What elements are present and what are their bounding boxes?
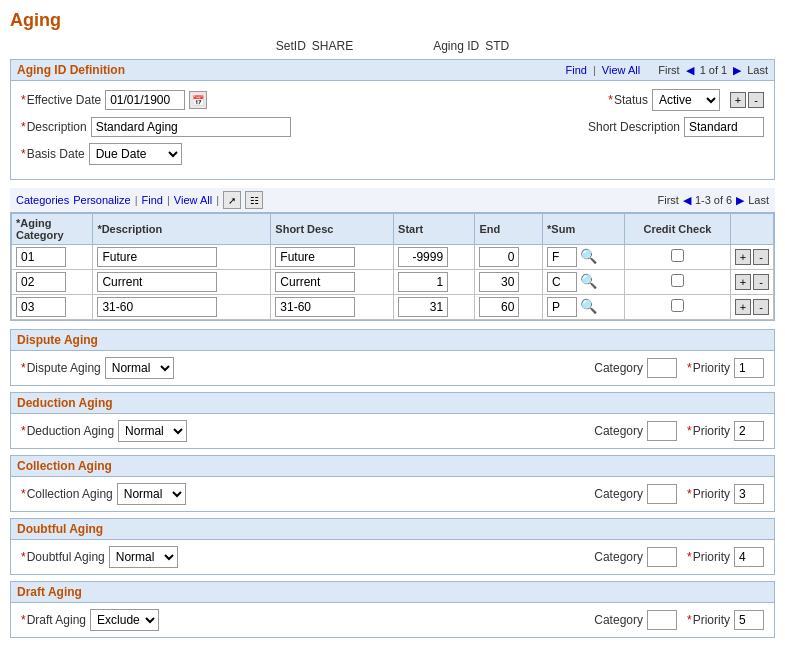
draft-aging-title: Draft Aging [17,585,82,599]
categories-label[interactable]: Categories [16,194,69,206]
page-container: Aging SetID SHARE Aging ID STD Aging ID … [0,0,785,651]
collection-category-group: Category [594,484,677,504]
doubtful-aging-body: Doubtful Aging Normal Exclude Include Ca… [10,540,775,575]
collection-aging-select[interactable]: Normal Exclude Include [117,483,186,505]
cat-find-link[interactable]: Find [142,194,163,206]
expand-icon[interactable]: ➚ [223,191,241,209]
effective-date-input[interactable] [105,90,185,110]
next-arrow-icon[interactable]: ▶ [733,64,741,77]
credit-check-checkbox[interactable] [671,274,684,287]
status-select[interactable]: Active Inactive [652,89,720,111]
description-group: Description [21,117,291,137]
table-row: 🔍 + - [12,245,774,270]
credit-check-checkbox[interactable] [671,249,684,262]
doubtful-aging-label: Doubtful Aging [21,550,105,564]
row-add-button[interactable]: + [735,299,751,315]
draft-aging-select[interactable]: Normal Exclude Include [90,609,159,631]
draft-priority-input[interactable] [734,610,764,630]
row-basis-date: Basis Date Due Date Invoice Date [21,143,764,165]
row-remove-button[interactable]: - [753,299,769,315]
dispute-aging-header: Dispute Aging [10,329,775,351]
basis-date-select[interactable]: Due Date Invoice Date [89,143,182,165]
draft-aging-header: Draft Aging [10,581,775,603]
dispute-priority-label: Priority [687,361,730,375]
row-remove-button[interactable]: - [753,249,769,265]
calendar-button[interactable]: 📅 [189,91,207,109]
row-add-button[interactable]: + [735,249,751,265]
draft-aging-body: Draft Aging Normal Exclude Include Categ… [10,603,775,638]
start-input[interactable] [398,247,448,267]
doubtful-aging-section: Doubtful Aging Doubtful Aging Normal Exc… [10,518,775,575]
doubtful-priority-input[interactable] [734,547,764,567]
start-input[interactable] [398,272,448,292]
draft-category-group: Category [594,610,677,630]
col-aging-category: *AgingCategory [12,214,93,245]
deduction-aging-row: Deduction Aging Normal Exclude Include C… [21,420,764,442]
sum-input[interactable] [547,272,577,292]
doubtful-aging-select[interactable]: Normal Exclude Include [109,546,178,568]
sum-search-icon[interactable]: 🔍 [580,248,597,264]
view-all-link[interactable]: View All [602,64,640,76]
short-desc-input[interactable] [275,272,355,292]
dispute-category-group: Category [594,358,677,378]
row-remove-button[interactable]: - [753,274,769,290]
credit-check-checkbox[interactable] [671,299,684,312]
deduction-category-input[interactable] [647,421,677,441]
collection-priority-input[interactable] [734,484,764,504]
deduction-category-label: Category [594,424,643,438]
collection-priority-label: Priority [687,487,730,501]
short-desc-input[interactable] [275,247,355,267]
grid-icon[interactable]: ☷ [245,191,263,209]
find-link[interactable]: Find [566,64,587,76]
dispute-aging-label: Dispute Aging [21,361,101,375]
cat-next-icon[interactable]: ▶ [736,194,744,207]
dispute-aging-select[interactable]: Normal Exclude Include [105,357,174,379]
col-end: End [475,214,543,245]
col-start: Start [394,214,475,245]
end-input[interactable] [479,272,519,292]
doubtful-aging-row: Doubtful Aging Normal Exclude Include Ca… [21,546,764,568]
remove-button[interactable]: - [748,92,764,108]
sum-search-icon[interactable]: 🔍 [580,273,597,289]
cat-view-all-link[interactable]: View All [174,194,212,206]
sum-search-icon[interactable]: 🔍 [580,298,597,314]
end-input[interactable] [479,247,519,267]
cat-prev-icon[interactable]: ◀ [683,194,691,207]
description-input[interactable] [97,247,217,267]
description-input[interactable] [91,117,291,137]
draft-category-input[interactable] [647,610,677,630]
doubtful-category-input[interactable] [647,547,677,567]
doubtful-category-label: Category [594,550,643,564]
row-add-button[interactable]: + [735,274,751,290]
prev-arrow-icon[interactable]: ◀ [686,64,694,77]
sum-input[interactable] [547,247,577,267]
aging-category-input[interactable] [16,272,66,292]
aging-id-section-body: Effective Date 📅 Status Active Inactive … [10,81,775,180]
description-input[interactable] [97,297,217,317]
col-description: *Description [93,214,271,245]
dispute-priority-group: Priority [687,358,764,378]
cat-first-label: First [658,194,679,206]
deduction-priority-input[interactable] [734,421,764,441]
short-description-input[interactable] [684,117,764,137]
collection-aging-group: Collection Aging Normal Exclude Include [21,483,186,505]
deduction-aging-select[interactable]: Normal Exclude Include [118,420,187,442]
categories-section: Categories Personalize | Find | View All… [10,188,775,321]
last-label: Last [747,64,768,76]
collection-category-input[interactable] [647,484,677,504]
aging-category-input[interactable] [16,297,66,317]
end-input[interactable] [479,297,519,317]
effective-date-label: Effective Date [21,93,101,107]
add-button[interactable]: + [730,92,746,108]
dispute-category-input[interactable] [647,358,677,378]
aging-category-input[interactable] [16,247,66,267]
setid-group: SetID SHARE [276,39,353,53]
personalize-link[interactable]: Personalize [73,194,130,206]
sum-input[interactable] [547,297,577,317]
start-input[interactable] [398,297,448,317]
deduction-aging-header: Deduction Aging [10,392,775,414]
dispute-priority-input[interactable] [734,358,764,378]
description-input[interactable] [97,272,217,292]
col-short-desc: Short Desc [271,214,394,245]
short-desc-input[interactable] [275,297,355,317]
